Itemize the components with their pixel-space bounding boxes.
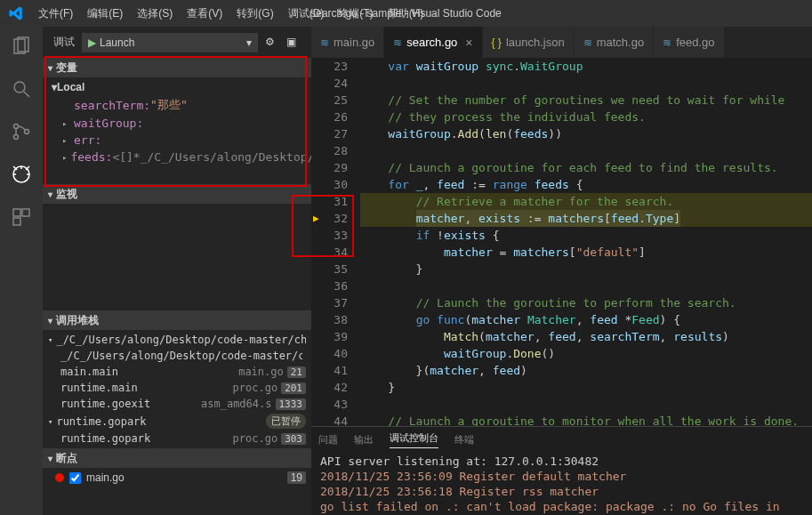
menu-item[interactable]: 选择(S)	[130, 1, 180, 27]
go-file-icon: ≋	[393, 36, 402, 49]
svg-rect-14	[22, 209, 29, 216]
editor-tab[interactable]: ≋search.go×	[384, 27, 482, 58]
chevron-down-icon: ▾	[246, 36, 252, 49]
callstack-row[interactable]: _/C_/Users/along/Desktop/code-master/c	[43, 348, 311, 364]
callstack-row[interactable]: main.mainmain.go21	[43, 364, 311, 380]
go-file-icon: ≋	[663, 36, 671, 49]
extensions-icon[interactable]	[9, 205, 34, 229]
svg-line-3	[24, 92, 29, 97]
svg-point-2	[14, 82, 25, 93]
svg-point-6	[25, 130, 29, 134]
current-line-arrow-icon: ▶	[313, 210, 319, 227]
play-icon: ▶	[88, 36, 96, 49]
menu-item[interactable]: 查看(V)	[180, 1, 229, 27]
debug-config-dropdown[interactable]: ▶Launch ▾	[82, 33, 258, 52]
go-file-icon: ≋	[583, 36, 592, 49]
console-line: API server listening at: 127.0.0.1:30482	[320, 454, 803, 469]
editor-tab[interactable]: { }launch.json	[483, 27, 575, 58]
menu-item[interactable]: 转到(G)	[229, 1, 280, 27]
callstack-row[interactable]: runtime.goparkproc.go303	[43, 431, 311, 447]
breakpoints-section-header[interactable]: ▾断点	[43, 448, 311, 468]
svg-rect-13	[13, 209, 20, 216]
sidebar-header: 调试 ▶Launch ▾ ⚙ ▣	[43, 27, 311, 58]
code-editor[interactable]: var waitGroup sync.WaitGroup // Set the …	[360, 58, 812, 426]
editor-tab[interactable]: ≋feed.go	[654, 27, 724, 58]
go-file-icon: ≋	[320, 36, 329, 49]
search-icon[interactable]	[9, 76, 34, 101]
breakpoint-dot-icon	[55, 473, 64, 482]
vscode-logo-icon	[0, 0, 31, 27]
explorer-icon[interactable]	[9, 34, 34, 59]
variable-row[interactable]: ▸waitGroup:	[43, 115, 311, 132]
gear-icon[interactable]: ⚙	[265, 36, 279, 50]
editor-tab[interactable]: ≋main.go	[311, 27, 384, 58]
breakpoint-row[interactable]: main.go19	[43, 470, 311, 486]
scope-local[interactable]: ▾Local	[43, 79, 311, 95]
svg-point-4	[14, 125, 19, 129]
debug-sidebar: 调试 ▶Launch ▾ ⚙ ▣ ▾变量 ▾Local searchTerm: …	[43, 27, 311, 515]
variable-row[interactable]: ▸feeds: <[]*_/C_/Users/along/Desktop/…	[43, 149, 311, 165]
bottom-panel: 问题输出调试控制台终端 API server listening at: 127…	[311, 426, 812, 515]
console-line: 2018/11/25 23:56:18 Register rss matcher	[320, 484, 803, 499]
source-control-icon[interactable]	[9, 119, 34, 144]
svg-point-5	[14, 135, 19, 140]
editor-tab[interactable]: ≋match.go	[575, 27, 654, 58]
panel-tab[interactable]: 输出	[354, 433, 374, 447]
breakpoint-checkbox[interactable]	[69, 472, 81, 484]
callstack-row[interactable]: runtime.goexitasm_amd64.s1333	[43, 396, 311, 412]
window-title: search.go - sample - Visual Studio Code	[310, 0, 502, 27]
svg-rect-15	[13, 218, 20, 225]
variables-section-header[interactable]: ▾变量	[43, 58, 311, 77]
sidebar-title: 调试	[53, 35, 75, 50]
editor-area: ≋main.go≋search.go×{ }launch.json≋match.…	[311, 27, 812, 515]
panel-tab[interactable]: 终端	[454, 433, 474, 447]
menu-item[interactable]: 编辑(E)	[80, 1, 130, 27]
watch-section-header[interactable]: ▾监视	[43, 184, 311, 204]
json-file-icon: { }	[492, 36, 502, 49]
panel-tab[interactable]: 问题	[318, 433, 338, 447]
titlebar: 文件(F)编辑(E)选择(S)查看(V)转到(G)调试(D)终端(T)帮助(H)…	[0, 0, 812, 27]
debug-console-output[interactable]: API server listening at: 127.0.0.1:30482…	[311, 452, 812, 515]
console-line: 2018/11/25 23:56:09 Register default mat…	[320, 469, 803, 484]
console-line: go list failed on .: can't load package:…	[320, 499, 803, 515]
callstack-row[interactable]: ▾runtime.gopark已暂停	[43, 412, 311, 431]
debug-config-name: Launch	[100, 36, 134, 49]
editor-tabs: ≋main.go≋search.go×{ }launch.json≋match.…	[311, 27, 812, 58]
callstack-section-header[interactable]: ▾调用堆栈	[43, 310, 311, 330]
callstack-row[interactable]: ▾_/C_/Users/along/Desktop/code-master/ch…	[43, 332, 311, 348]
variable-row[interactable]: searchTerm: "那些"	[43, 95, 311, 115]
variable-row[interactable]: ▸err:	[43, 132, 311, 149]
callstack-row[interactable]: runtime.mainproc.go201	[43, 380, 311, 396]
panel-tabs: 问题输出调试控制台终端	[311, 427, 812, 452]
debug-console-icon[interactable]: ▣	[286, 36, 301, 50]
activity-bar	[0, 27, 43, 515]
panel-tab[interactable]: 调试控制台	[390, 431, 438, 448]
menu-item[interactable]: 文件(F)	[31, 1, 80, 27]
close-icon[interactable]: ×	[465, 36, 472, 50]
line-gutter: 23242526272829303132▶3334353637383940414…	[311, 58, 360, 426]
debug-icon[interactable]	[9, 162, 34, 187]
